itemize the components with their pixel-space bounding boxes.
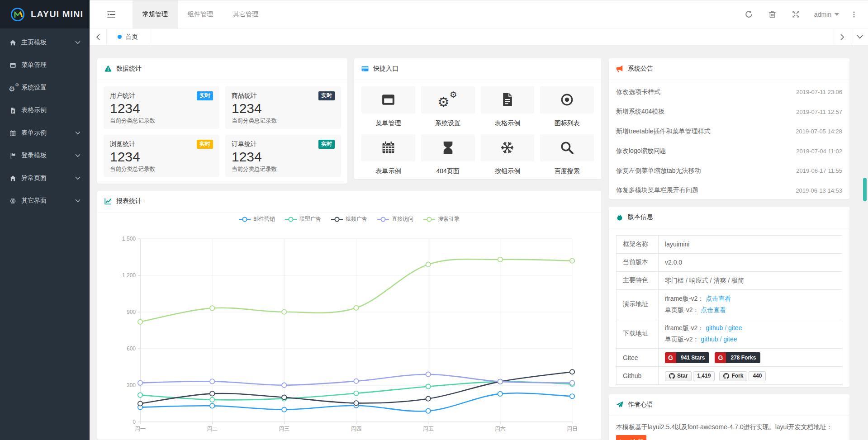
quick-entry-table-demo[interactable]: 表格示例	[481, 86, 535, 128]
panel-version-info: 版本信息 框架名称layuimini当前版本v2.0.0主要特色零门槛 / 响应…	[609, 207, 849, 387]
module-tab-general[interactable]: 常规管理	[133, 0, 178, 28]
fire-icon	[616, 213, 623, 221]
tabs-scroll-right-button[interactable]	[834, 29, 851, 45]
tab-home-label: 首页	[125, 33, 138, 41]
sidebar-menu: 主页模板菜单管理⚙⚙系统设置表格示例表单示例登录模板异常页面其它界面	[0, 28, 90, 212]
sidebar-item-table-demo[interactable]: 表格示例	[0, 99, 90, 122]
sidebar-item-label: 表单示例	[21, 129, 47, 137]
announcement-row[interactable]: 修改logo缩放问题2019-07-04 11:02	[616, 141, 842, 161]
quick-entry-page-404[interactable]: 404页面	[421, 134, 475, 175]
sidebar-item-other-ui[interactable]: 其它界面	[0, 189, 90, 212]
gitee-badge[interactable]: G941 Stars	[665, 352, 709, 363]
author-line: 本模板基于layui2.5.4以及font-awesome-4.7.0进行实现。…	[616, 421, 842, 433]
version-row-label: 当前版本	[617, 253, 659, 271]
layui-doc-badge[interactable]: layui文档	[616, 435, 646, 440]
stat-card-value: 1234	[110, 149, 213, 165]
gitee-badge[interactable]: G278 Forks	[715, 352, 760, 363]
legend-item[interactable]: 直接访问	[377, 215, 413, 223]
tabs-menu-button[interactable]	[851, 29, 868, 45]
svg-text:周四: 周四	[351, 426, 362, 432]
github-fork-button[interactable]: Fork	[719, 371, 747, 381]
github-star-count[interactable]: 1,419	[693, 371, 715, 381]
legend-marker-icon	[377, 217, 389, 222]
announcement-row[interactable]: 修复多模块菜单栏展开有问题2019-06-13 14:53	[616, 180, 842, 199]
quick-entry-form-demo[interactable]: 表单示例	[361, 134, 415, 175]
home-icon	[9, 39, 21, 46]
version-link-line: iframe版-v2： github / gitee	[665, 322, 835, 334]
quick-entry-grid: 菜单管理⚙⚙系统设置表格示例图标列表表单示例404页面按钮示例百度搜索	[354, 80, 601, 179]
legend-item[interactable]: 视频广告	[331, 215, 367, 223]
announcement-row[interactable]: 新增系统404模板2019-07-11 12:57	[616, 102, 842, 122]
sidebar-item-system-settings[interactable]: ⚙⚙系统设置	[0, 76, 90, 99]
sidebar-item-label: 其它界面	[21, 197, 47, 205]
version-link[interactable]: gitee	[728, 324, 742, 331]
version-link[interactable]: github	[701, 336, 718, 343]
sidebar-item-menu-management[interactable]: 菜单管理	[0, 54, 90, 76]
refresh-button[interactable]	[737, 10, 761, 18]
topbar: 常规管理组件管理其它管理	[90, 0, 868, 29]
stat-card-user: 用户统计实时1234当前分类总记录数	[104, 86, 219, 129]
fullscreen-button[interactable]	[784, 10, 808, 18]
realtime-badge: 实时	[318, 140, 335, 149]
sidebar-item-label: 菜单管理	[21, 61, 47, 69]
sidebar-item-label: 系统设置	[21, 84, 47, 92]
legend-item[interactable]: 邮件营销	[239, 215, 275, 223]
announcement-row[interactable]: 修复左侧菜单缩放tab无法移动2019-06-17 11:55	[616, 161, 842, 181]
sidebar-item-login-template[interactable]: 登录模板	[0, 144, 90, 167]
version-link[interactable]: 点击查看	[706, 295, 731, 302]
legend-marker-icon	[423, 217, 435, 222]
tab-home[interactable]: 首页	[107, 29, 149, 45]
github-star-button[interactable]: Star	[665, 371, 692, 381]
search-icon	[540, 134, 594, 161]
version-row-github: GithubStar1,419Fork440	[617, 367, 842, 385]
module-tab-components[interactable]: 组件管理	[178, 0, 223, 28]
announcement-row[interactable]: 新增treetable插件和菜单管理样式2019-07-05 14:28	[616, 122, 842, 142]
version-link[interactable]: github	[706, 324, 723, 331]
sidebar: LAYUI MINI 主页模板菜单管理⚙⚙系统设置表格示例表单示例登录模板异常页…	[0, 0, 90, 440]
link-prefix: 单页版-v2：	[665, 306, 701, 313]
logo[interactable]: LAYUI MINI	[0, 0, 90, 28]
scrollbar-thumb[interactable]	[863, 178, 867, 201]
legend-label: 搜索引擎	[438, 215, 460, 223]
calendar-icon	[361, 134, 415, 161]
tabs-scroll-left-button[interactable]	[90, 29, 107, 45]
announcement-row[interactable]: 修改选项卡样式2019-07-11 23:06	[616, 82, 842, 102]
quick-entry-icon-list[interactable]: 图标列表	[540, 86, 594, 128]
version-row-label: 主要特色	[617, 271, 659, 289]
app: LAYUI MINI 主页模板菜单管理⚙⚙系统设置表格示例表单示例登录模板异常页…	[0, 0, 868, 440]
version-row-label: Github	[617, 367, 659, 385]
github-fork-count[interactable]: 440	[749, 371, 766, 381]
user-menu[interactable]: admin	[808, 11, 845, 18]
quick-entry-button-demo[interactable]: 按钮示例	[481, 134, 535, 175]
announcement-title: 新增系统404模板	[616, 108, 664, 116]
quick-entry-baidu-search[interactable]: 百度搜索	[540, 134, 594, 175]
module-tab-other[interactable]: 其它管理	[223, 0, 268, 28]
clear-cache-button[interactable]	[761, 10, 784, 18]
version-link[interactable]: gitee	[723, 336, 737, 343]
stat-card-label: 浏览统计	[110, 140, 135, 148]
version-link[interactable]: 点击查看	[701, 306, 726, 313]
menu-collapse-button[interactable]	[90, 0, 133, 28]
quick-entry-label: 404页面	[421, 167, 475, 175]
svg-text:300: 300	[127, 382, 136, 388]
file-icon	[9, 107, 21, 114]
sidebar-item-error-pages[interactable]: 异常页面	[0, 167, 90, 189]
chevron-down-icon	[75, 199, 81, 203]
panel-title: 版本信息	[628, 213, 653, 221]
version-row-value: G941 StarsG278 Forks	[659, 348, 842, 366]
panel-report-header: 报表统计	[97, 191, 601, 213]
quick-entry-menu-management[interactable]: 菜单管理	[361, 86, 415, 128]
sidebar-item-form-demo[interactable]: 表单示例	[0, 122, 90, 144]
svg-text:900: 900	[127, 309, 136, 315]
gitee-badge-label: 941 Stars	[676, 352, 709, 363]
stat-card-label: 商品统计	[232, 92, 257, 100]
legend-item[interactable]: 搜索引擎	[423, 215, 460, 223]
svg-text:0: 0	[133, 419, 136, 425]
legend-item[interactable]: 联盟广告	[285, 215, 321, 223]
quick-entry-system-settings[interactable]: ⚙⚙系统设置	[421, 86, 475, 128]
snowflake-icon	[481, 134, 535, 161]
stat-card-desc: 当前分类总记录数	[110, 117, 213, 125]
more-actions-button[interactable]	[845, 11, 863, 18]
panel-version-header: 版本信息	[609, 207, 849, 228]
sidebar-item-home-template[interactable]: 主页模板	[0, 31, 90, 54]
